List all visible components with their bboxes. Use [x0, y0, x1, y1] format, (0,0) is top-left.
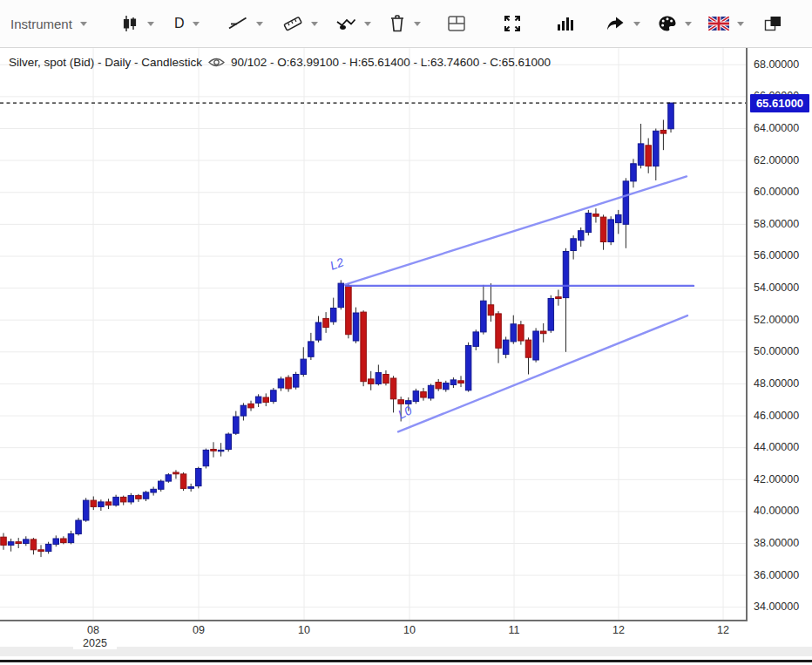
candle-body	[203, 450, 209, 465]
time-tick-label: 11	[497, 624, 531, 636]
candle-body	[511, 324, 517, 342]
timeframe-selector[interactable]: D	[174, 0, 200, 47]
trash-icon	[389, 14, 406, 33]
price-tick-label: 54.00000	[754, 282, 799, 294]
current-price-badge: 65.61000	[750, 94, 809, 112]
candlestick-chart[interactable]: L2L0	[0, 48, 747, 621]
candle-body	[465, 346, 471, 390]
volume-toggle-button[interactable]	[555, 0, 574, 47]
candle-body	[646, 146, 652, 166]
candle-body	[323, 318, 329, 327]
chart-type-button[interactable]	[120, 0, 154, 47]
candle-body	[631, 164, 637, 181]
candle-body	[180, 474, 186, 489]
windows-layout-button[interactable]	[763, 0, 782, 47]
candle-body	[496, 314, 502, 348]
price-tick-label: 38.00000	[754, 537, 799, 549]
candle-body	[413, 391, 419, 402]
candle-body	[518, 325, 524, 341]
candle-body	[315, 322, 321, 340]
candle-body	[38, 550, 44, 552]
fullscreen-button[interactable]	[503, 0, 522, 47]
candle-body	[346, 286, 352, 335]
instrument-selector[interactable]: Instrument	[10, 0, 87, 47]
language-selector[interactable]	[708, 0, 744, 47]
time-tick-label: 08	[76, 624, 111, 636]
candle-body	[53, 539, 59, 544]
candle-body	[76, 520, 82, 534]
candle-body	[503, 340, 509, 355]
candle-body	[458, 381, 464, 383]
price-tick-label: 56.00000	[754, 249, 799, 261]
candle-body	[159, 481, 165, 489]
candle-body	[421, 392, 427, 397]
candle-body	[16, 542, 22, 544]
chevron-down-icon	[364, 22, 371, 26]
candle-body	[473, 332, 479, 347]
indicator-tool-button[interactable]	[335, 0, 371, 47]
palette-icon	[658, 15, 677, 32]
time-tick-label: 12	[601, 624, 636, 636]
time-tick-label: 10	[287, 624, 321, 636]
instrument-selector-label: Instrument	[10, 17, 72, 31]
candle-body	[330, 309, 336, 322]
annotation-label[interactable]: L0	[396, 403, 414, 421]
price-tick-label: 48.00000	[754, 377, 799, 390]
bottom-strip	[0, 647, 812, 656]
bottom-border-bar	[0, 660, 812, 662]
price-tick-label: 36.00000	[754, 569, 799, 581]
annotation-label[interactable]: L2	[328, 254, 346, 272]
candle-body	[578, 231, 584, 241]
price-tick-label: 42.00000	[754, 473, 799, 485]
candle-body	[24, 539, 30, 544]
delete-drawings-button[interactable]	[389, 0, 421, 47]
price-scale[interactable]: 68.0000066.0000064.0000062.0000060.00000…	[747, 48, 812, 621]
candle-body	[436, 383, 442, 389]
candle-body	[61, 539, 67, 543]
volume-bars-icon	[555, 15, 574, 32]
candle-body	[398, 400, 404, 404]
chart-plot-area[interactable]: L2L0	[0, 48, 747, 621]
ruler-tool-icon	[282, 14, 303, 33]
panes-layout-button[interactable]	[447, 0, 466, 47]
candle-body	[533, 331, 539, 360]
candle-body	[660, 130, 667, 133]
price-tick-label: 40.00000	[754, 505, 799, 517]
chevron-down-icon	[311, 22, 318, 26]
candle-body	[293, 375, 299, 388]
candle-body	[353, 313, 359, 341]
chevron-down-icon	[256, 22, 263, 26]
candle-body	[113, 497, 119, 505]
candle-body	[255, 397, 261, 403]
chevron-down-icon	[633, 22, 640, 26]
chevron-down-icon	[737, 22, 744, 26]
candle-body	[1, 537, 7, 545]
trendline-tool-button[interactable]	[227, 0, 263, 47]
candle-body	[188, 487, 194, 489]
panes-layout-icon	[447, 15, 466, 32]
chevron-down-icon	[80, 22, 87, 26]
price-tick-label: 62.00000	[754, 154, 799, 166]
eye-visibility-icon[interactable]	[208, 57, 225, 68]
candle-body	[83, 500, 89, 520]
candle-body	[600, 217, 606, 241]
time-scale[interactable]: 080910101112122025	[0, 621, 812, 665]
candle-body	[623, 181, 629, 224]
share-button[interactable]	[605, 0, 640, 47]
price-tick-label: 58.00000	[754, 218, 799, 230]
candle-body	[30, 539, 37, 550]
candlestick-chart-type-icon	[120, 14, 139, 33]
candle-body	[308, 342, 315, 356]
chart-legend: Silver, spot (Bid) - Daily - Candlestick…	[9, 53, 551, 71]
candle-body	[91, 500, 97, 506]
candle-body	[286, 377, 292, 389]
toolbar: Instrument D	[0, 0, 812, 48]
theme-palette-button[interactable]	[658, 0, 692, 47]
price-axis-line	[746, 48, 748, 621]
candle-body	[548, 299, 554, 331]
candle-body	[240, 405, 247, 416]
candle-body	[481, 301, 487, 332]
candle-body	[45, 544, 51, 551]
candle-body	[68, 534, 74, 543]
ruler-tool-button[interactable]	[282, 0, 318, 47]
